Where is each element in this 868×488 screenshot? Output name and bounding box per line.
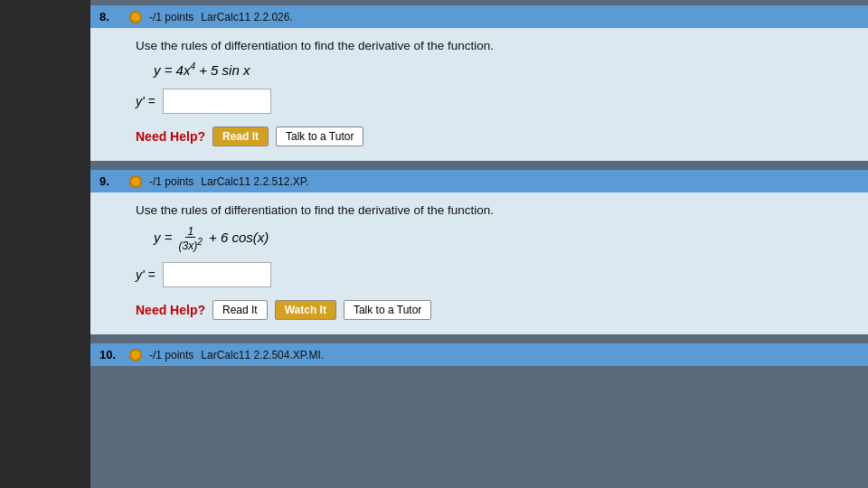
question-8-equation: y = 4x4 + 5 sin x xyxy=(154,61,841,78)
question-9-instruction: Use the rules of differentiation to find… xyxy=(136,203,841,217)
question-9-answer-input[interactable] xyxy=(163,262,271,287)
question-8-icon xyxy=(129,11,142,23)
question-8-read-it-button[interactable]: Read It xyxy=(212,127,269,146)
content-area: 8. -/1 points LarCalc11 2.2.026. Use the… xyxy=(90,0,868,488)
question-8-answer-row: y' = xyxy=(136,89,841,114)
question-10-block: 10. -/1 points LarCalc11 2.2.504.XP.MI. xyxy=(90,343,868,366)
question-8-answer-label: y' = xyxy=(136,94,156,108)
question-8-need-help-row: Need Help? Read It Talk to a Tutor xyxy=(136,127,841,146)
question-8-body: Use the rules of differentiation to find… xyxy=(90,28,868,161)
question-9-icon xyxy=(129,175,142,188)
question-8-instruction: Use the rules of differentiation to find… xyxy=(136,39,841,52)
fraction-numerator: 1 xyxy=(185,226,195,238)
question-9-header: 9. -/1 points LarCalc11 2.2.512.XP. xyxy=(90,170,868,192)
question-9-equation: y = 1 (3x)2 + 6 cos(x) xyxy=(154,226,841,251)
question-9-number: 9. xyxy=(99,174,122,188)
fraction-denominator: (3x)2 xyxy=(177,238,204,251)
question-10-icon xyxy=(129,349,142,361)
question-9-points: -/1 points xyxy=(149,175,193,188)
fraction-display: 1 (3x)2 xyxy=(177,226,204,251)
question-8-need-help-label: Need Help? xyxy=(136,129,205,144)
question-8-header: 8. -/1 points LarCalc11 2.2.026. xyxy=(90,5,868,28)
question-9-talk-tutor-button[interactable]: Talk to a Tutor xyxy=(344,300,431,320)
question-8-source: LarCalc11 2.2.026. xyxy=(201,11,292,23)
question-10-number: 10. xyxy=(99,348,122,361)
question-8-points: -/1 points xyxy=(149,11,193,23)
question-9-block: 9. -/1 points LarCalc11 2.2.512.XP. Use … xyxy=(90,170,868,334)
question-9-need-help-row: Need Help? Read It Watch It Talk to a Tu… xyxy=(136,300,841,320)
question-8-number: 8. xyxy=(99,10,122,23)
question-9-read-it-button[interactable]: Read It xyxy=(212,300,268,320)
question-10-points: -/1 points xyxy=(149,349,193,361)
question-8-block: 8. -/1 points LarCalc11 2.2.026. Use the… xyxy=(90,5,868,161)
question-10-source: LarCalc11 2.2.504.XP.MI. xyxy=(201,349,324,361)
page-wrapper: 8. -/1 points LarCalc11 2.2.026. Use the… xyxy=(0,0,868,488)
question-8-talk-tutor-button[interactable]: Talk to a Tutor xyxy=(276,127,363,146)
question-9-answer-label: y' = xyxy=(136,267,156,282)
question-9-source: LarCalc11 2.2.512.XP. xyxy=(201,175,308,188)
question-8-answer-input[interactable] xyxy=(163,89,271,114)
question-9-body: Use the rules of differentiation to find… xyxy=(90,192,868,334)
question-9-watch-it-button[interactable]: Watch It xyxy=(275,300,336,320)
question-9-need-help-label: Need Help? xyxy=(136,303,205,317)
left-sidebar xyxy=(0,0,90,488)
question-9-answer-row: y' = xyxy=(136,262,841,287)
question-10-header: 10. -/1 points LarCalc11 2.2.504.XP.MI. xyxy=(90,343,868,366)
